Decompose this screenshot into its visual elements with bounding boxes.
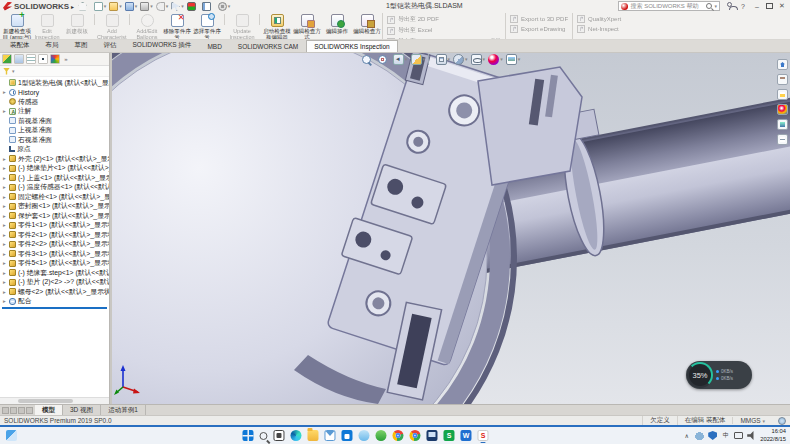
- cpu-percent-badge[interactable]: 35%: [687, 362, 713, 388]
- dropdown-caret-icon[interactable]: ▾: [135, 4, 138, 9]
- dropdown-caret-icon[interactable]: ▾: [465, 57, 468, 62]
- help-button[interactable]: ?: [738, 3, 748, 10]
- performance-overlay-widget[interactable]: 35% 0KB/s 0KB/s: [686, 361, 752, 389]
- tree-item[interactable]: ▸ 前视基准面: [0, 116, 109, 126]
- tab-propertymanager[interactable]: [14, 54, 24, 64]
- scrollbar-thumb[interactable]: [18, 399, 73, 403]
- ribbon-button[interactable]: 编辑检查方: [352, 13, 382, 39]
- tree-item[interactable]: ▸ 零件3<1> (默认<<默认>_显示状: [0, 249, 109, 259]
- taskbar-icon[interactable]: [324, 430, 335, 441]
- document-tab[interactable]: 运动算例1: [101, 405, 146, 415]
- commandmanager-tab[interactable]: 草图: [67, 38, 96, 52]
- tab-configurationmanager[interactable]: [26, 54, 36, 64]
- units-selector[interactable]: MMGS ▾: [732, 417, 772, 424]
- tree-item[interactable]: ▸ (-) 绝缘垫片<1> (默认<<默认>_显: [0, 164, 109, 174]
- commandmanager-tab[interactable]: SOLIDWORKS CAM: [230, 40, 306, 52]
- model-hub[interactable]: [478, 67, 582, 185]
- tree-item[interactable]: ▸ History: [0, 88, 109, 98]
- ribbon-button[interactable]: 编辑操作: [322, 13, 352, 39]
- tree-item[interactable]: ▸ (-) 垫片 (2)<2> ->? (默认<<默认>: [0, 278, 109, 288]
- tree-filter[interactable]: ▾: [0, 66, 109, 77]
- graphics-viewport[interactable]: ▾ ▾ ▾ ▾: [112, 53, 790, 404]
- model-canvas[interactable]: [112, 53, 790, 404]
- display-icon[interactable]: [734, 432, 743, 439]
- taskbar-icon[interactable]: [358, 430, 369, 441]
- volume-icon[interactable]: [747, 431, 756, 440]
- widgets-icon[interactable]: [6, 430, 17, 441]
- globe-icon[interactable]: [778, 417, 786, 425]
- ribbon-menu-item[interactable]: Net-Inspect: [577, 25, 621, 33]
- tab-nav-last[interactable]: [26, 407, 33, 414]
- tree-item[interactable]: ▸ 零件1<1> (默认<<默认>_显示状态: [0, 221, 109, 231]
- taskbar-icon[interactable]: [409, 430, 420, 441]
- qat-button[interactable]: ▾: [202, 2, 215, 11]
- restore-button[interactable]: [766, 3, 773, 9]
- headsup-button[interactable]: ▾: [362, 55, 375, 64]
- rollback-bar[interactable]: [2, 307, 107, 309]
- taskbar-icon[interactable]: [392, 430, 403, 441]
- qat-button[interactable]: ▾: [156, 2, 169, 11]
- ribbon-menu-item[interactable]: Export to 3D PDF: [510, 15, 568, 23]
- commandmanager-tab[interactable]: MBD: [199, 40, 229, 52]
- taskbar-icon[interactable]: [375, 430, 386, 441]
- ribbon-button[interactable]: Edit Inspection Project: [32, 13, 62, 39]
- ribbon-menu-item[interactable]: QualityXpert: [577, 15, 621, 23]
- taskbar-icon[interactable]: S: [477, 430, 488, 441]
- tree-item[interactable]: ▸ 零件2<2> (默认<<默认>_显示状: [0, 240, 109, 250]
- tree-item[interactable]: ▸ (-) 绝缘套.step<1> (默认<<默认>: [0, 268, 109, 278]
- dropdown-caret-icon[interactable]: ▾: [423, 57, 426, 62]
- hidden-icons-chevron[interactable]: ∧: [682, 431, 691, 440]
- ime-indicator[interactable]: 中: [721, 431, 730, 440]
- taskbar-icon[interactable]: [242, 430, 253, 441]
- ribbon-button[interactable]: 移除零件序号: [162, 13, 192, 39]
- ribbon-button[interactable]: 新建检查项目 (amp:与): [2, 13, 32, 39]
- search-icon[interactable]: [706, 3, 712, 9]
- tree-item[interactable]: ▸ 密封圈<1> (默认<<默认>_显示状: [0, 202, 109, 212]
- dropdown-caret-icon[interactable]: ▾: [405, 57, 408, 62]
- ribbon-menu-item[interactable]: 导出至 2D PDF: [387, 15, 501, 24]
- dropdown-caret-icon[interactable]: ▾: [500, 57, 503, 62]
- taskbar-icon[interactable]: S: [443, 430, 454, 441]
- commandmanager-tab[interactable]: 评估: [96, 38, 125, 52]
- document-tab[interactable]: 3D 视图: [63, 405, 101, 415]
- security-shield-icon[interactable]: [708, 431, 717, 440]
- tab-nav-first[interactable]: [2, 407, 9, 414]
- headsup-button[interactable]: ▾: [428, 54, 433, 65]
- headsup-button[interactable]: ▾: [453, 54, 468, 65]
- qat-button[interactable]: ▾: [94, 2, 107, 11]
- tree-item[interactable]: ▸ 零件5<1> (默认<<默认>_显示状态: [0, 259, 109, 269]
- headsup-button[interactable]: ▾: [436, 54, 451, 65]
- document-tab[interactable]: 模型: [35, 405, 63, 415]
- tab-nav-buttons[interactable]: [0, 405, 35, 415]
- tree-item[interactable]: ▸ (-) 上盖<1> (默认<<默认>_显示状: [0, 173, 109, 183]
- tree-item[interactable]: ▸ 零件2<1> (默认<<默认>_显示状: [0, 230, 109, 240]
- headsup-button[interactable]: ▾: [506, 54, 521, 65]
- tree-item[interactable]: ▸ 注解: [0, 107, 109, 117]
- tab-featuremanager[interactable]: [2, 54, 12, 64]
- filter-caret-icon[interactable]: ▾: [12, 69, 15, 74]
- menu-expand-arrow[interactable]: ▸: [71, 3, 74, 10]
- commandmanager-tab[interactable]: 装配体: [2, 38, 38, 52]
- close-button[interactable]: ✕: [777, 2, 787, 10]
- headsup-button[interactable]: ▾: [378, 55, 391, 64]
- dropdown-caret-icon[interactable]: ▾: [518, 57, 521, 62]
- ribbon-menu-item[interactable]: Export eDrawing: [510, 25, 568, 33]
- onedrive-icon[interactable]: [695, 431, 704, 440]
- dropdown-caret-icon[interactable]: ▾: [119, 4, 122, 9]
- tree-item[interactable]: ▸ 保护套<1> (默认<<默认>_显示状: [0, 211, 109, 221]
- taskpane-tab-icon[interactable]: [777, 74, 788, 85]
- tree-item[interactable]: ▸ 传感器: [0, 97, 109, 107]
- tree-horizontal-scrollbar[interactable]: [0, 397, 109, 404]
- taskpane-tab-icon[interactable]: [777, 89, 788, 100]
- taskpane-tab-icon[interactable]: [777, 119, 788, 130]
- dropdown-caret-icon[interactable]: ▾: [181, 4, 184, 9]
- tab-displaymanager[interactable]: [50, 54, 60, 64]
- help-search-box[interactable]: ▾: [618, 1, 720, 11]
- tab-dimxpertmanager[interactable]: [38, 54, 48, 64]
- ribbon-button[interactable]: 编辑检查方式: [292, 13, 322, 39]
- dropdown-caret-icon[interactable]: ▾: [483, 57, 486, 62]
- qat-button[interactable]: ▾: [171, 2, 184, 11]
- ribbon-button[interactable]: 启动检查模板编辑器: [262, 13, 292, 39]
- tree-item[interactable]: ▸ 螺母<2> (默认<<默认>_显示状态: [0, 287, 109, 297]
- login-button[interactable]: [724, 2, 734, 10]
